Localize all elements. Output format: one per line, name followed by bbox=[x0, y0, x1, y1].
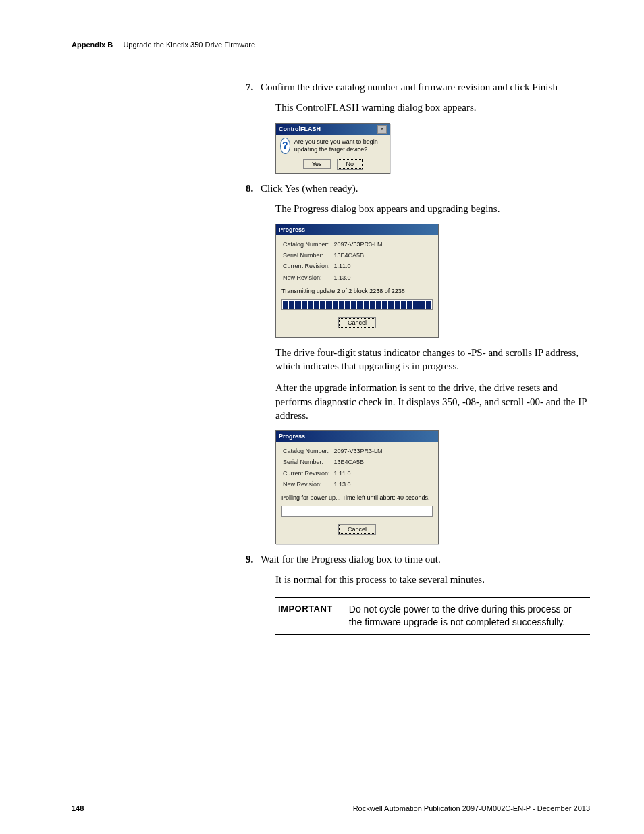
dialog-titlebar: Progress bbox=[276, 431, 438, 442]
progress-bar-empty bbox=[281, 506, 433, 517]
running-header: Appendix B Upgrade the Kinetix 350 Drive… bbox=[72, 41, 590, 49]
publication-info: Rockwell Automation Publication 2097-UM0… bbox=[353, 804, 590, 812]
no-button[interactable]: No bbox=[338, 159, 363, 169]
dialog-body: ? Are you sure you want to begin updatin… bbox=[276, 135, 390, 157]
yes-button[interactable]: Yes bbox=[303, 159, 331, 169]
dialog-title: Progress bbox=[279, 432, 305, 440]
important-label: IMPORTANT bbox=[275, 598, 346, 634]
progress-dialog-2: Progress Catalog Number:2097-V33PR3-LM S… bbox=[275, 430, 439, 544]
status-text: Transmitting update 2 of 2 block 2238 of… bbox=[281, 287, 433, 295]
step-text: Click Yes (when ready). bbox=[261, 183, 358, 194]
info-table: Catalog Number:2097-V33PR3-LM Serial Num… bbox=[281, 446, 387, 491]
progress-dialog-1: Progress Catalog Number:2097-V33PR3-LM S… bbox=[275, 224, 439, 338]
step-subtext: It is normal for this process to take se… bbox=[275, 573, 590, 586]
cancel-button[interactable]: Cancel bbox=[339, 318, 375, 328]
appendix-label: Appendix B bbox=[72, 41, 113, 49]
dialog-title: Progress bbox=[279, 226, 305, 234]
dialog-titlebar: ControlFLASH × bbox=[276, 124, 390, 135]
status-text: Polling for power-up... Time left until … bbox=[281, 494, 433, 502]
step-9: 9. Wait for the Progress dialog box to t… bbox=[246, 552, 590, 635]
dialog-message: Are you sure you want to begin updating … bbox=[294, 138, 385, 153]
header-rule bbox=[72, 53, 590, 53]
header-title: Upgrade the Kinetix 350 Drive Firmware bbox=[123, 41, 255, 49]
step-text: Wait for the Progress dialog box to time… bbox=[261, 554, 441, 565]
close-icon[interactable]: × bbox=[377, 125, 387, 134]
step-7: 7. Confirm the drive catalog number and … bbox=[246, 80, 590, 174]
step-text: Confirm the drive catalog number and fir… bbox=[261, 82, 558, 93]
step-8: 8. Click Yes (when ready). The Progress … bbox=[246, 182, 590, 544]
step-number: 9. bbox=[246, 552, 253, 566]
step-number: 8. bbox=[246, 182, 253, 195]
after-text-1: The drive four-digit status indicator ch… bbox=[275, 346, 590, 373]
page-number: 148 bbox=[72, 804, 84, 812]
dialog-titlebar: Progress bbox=[276, 224, 438, 235]
important-callout: IMPORTANT Do not cycle power to the driv… bbox=[275, 597, 590, 635]
important-text: Do not cycle power to the drive during t… bbox=[346, 598, 590, 634]
step-subtext: This ControlFLASH warning dialog box app… bbox=[275, 101, 590, 114]
progress-bar bbox=[281, 299, 433, 310]
cancel-button[interactable]: Cancel bbox=[339, 525, 375, 534]
question-icon: ? bbox=[280, 138, 290, 154]
main-content: 7. Confirm the drive catalog number and … bbox=[246, 80, 590, 635]
info-table: Catalog Number:2097-V33PR3-LM Serial Num… bbox=[281, 239, 387, 284]
step-number: 7. bbox=[246, 80, 253, 94]
after-text-2: After the upgrade information is sent to… bbox=[275, 381, 590, 422]
page-footer: 148 Rockwell Automation Publication 2097… bbox=[72, 804, 590, 812]
document-page: Appendix B Upgrade the Kinetix 350 Drive… bbox=[0, 0, 644, 834]
controlflash-dialog: ControlFLASH × ? Are you sure you want t… bbox=[275, 123, 390, 174]
step-subtext: The Progress dialog box appears and upgr… bbox=[275, 202, 590, 215]
dialog-title: ControlFLASH bbox=[279, 125, 321, 133]
